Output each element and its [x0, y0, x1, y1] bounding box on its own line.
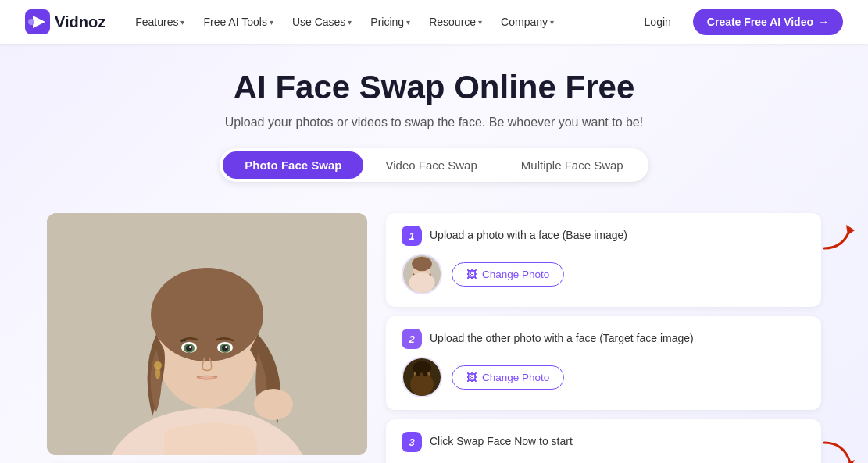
step-1-badge: 1	[402, 226, 422, 246]
svg-point-22	[412, 257, 432, 271]
chevron-down-icon: ▾	[478, 18, 482, 27]
svg-point-30	[423, 371, 428, 376]
image-panel: Take your face swaps to the next level!!…	[47, 213, 367, 463]
login-button[interactable]: Login	[635, 11, 680, 33]
step-2-face-thumb	[402, 357, 442, 397]
preview-image	[47, 213, 367, 455]
step-1-card: 1 Upload a photo with a face (Base image…	[386, 213, 821, 307]
nav-pricing[interactable]: Pricing ▾	[363, 11, 418, 33]
tab-video-face-swap[interactable]: Video Face Swap	[363, 151, 498, 179]
logo[interactable]: Vidnoz	[25, 9, 105, 34]
tab-photo-face-swap[interactable]: Photo Face Swap	[223, 151, 363, 179]
step-1-face-thumb	[402, 254, 442, 294]
steps-panel: 1 Upload a photo with a face (Base image…	[386, 213, 821, 463]
chevron-down-icon: ▾	[406, 18, 410, 27]
svg-point-11	[186, 345, 192, 351]
hero-section: AI Face Swap Online Free Upload your pho…	[0, 44, 868, 198]
step-2-header: 2 Upload the other photo with a face (Ta…	[402, 329, 805, 349]
arrow-1-icon	[820, 221, 855, 252]
main-content: Take your face swaps to the next level!!…	[0, 198, 868, 463]
svg-point-28	[410, 372, 434, 396]
svg-point-23	[409, 272, 434, 293]
step-1-label: Upload a photo with a face (Base image)	[430, 226, 627, 244]
step-1-row: 🖼 Change Photo	[402, 254, 805, 294]
svg-point-15	[222, 345, 228, 351]
nav-right: Login Create Free AI Video →	[635, 9, 843, 35]
nav-features[interactable]: Features ▾	[127, 11, 192, 33]
svg-point-8	[182, 276, 248, 322]
chevron-down-icon: ▾	[270, 18, 273, 27]
svg-point-2	[28, 19, 34, 25]
image-icon: 🖼	[466, 269, 477, 280]
nav-use-cases[interactable]: Use Cases ▾	[284, 11, 359, 33]
hero-subtitle: Upload your photos or videos to swap the…	[0, 116, 868, 130]
logo-icon	[25, 9, 50, 34]
chevron-down-icon: ▾	[348, 18, 352, 27]
step-3-card: 3 Click Swap Face Now to start Swap Face…	[386, 419, 821, 463]
svg-point-12	[189, 346, 191, 348]
change-photo-button-2[interactable]: 🖼 Change Photo	[452, 365, 564, 390]
tab-multiple-face-swap[interactable]: Multiple Face Swap	[499, 151, 645, 179]
step-3-label: Click Swap Face Now to start	[430, 432, 573, 450]
svg-point-16	[225, 346, 227, 348]
svg-point-19	[254, 389, 293, 420]
step-1-header: 1 Upload a photo with a face (Base image…	[402, 226, 805, 246]
svg-point-18	[155, 367, 160, 379]
chevron-down-icon: ▾	[550, 18, 554, 27]
arrow-3-icon	[820, 435, 855, 463]
svg-point-29	[416, 371, 421, 376]
page-title: AI Face Swap Online Free	[0, 69, 868, 106]
nav-resource[interactable]: Resource ▾	[421, 11, 490, 33]
step-3-badge: 3	[402, 432, 422, 452]
step-2-card: 2 Upload the other photo with a face (Ta…	[386, 316, 821, 410]
change-photo-button-1[interactable]: 🖼 Change Photo	[452, 262, 564, 287]
step-3-header: 3 Click Swap Face Now to start	[402, 432, 805, 452]
image-icon: 🖼	[466, 372, 477, 383]
create-video-button[interactable]: Create Free AI Video →	[693, 9, 843, 35]
arrow-right-icon: →	[818, 16, 829, 28]
step-2-label: Upload the other photo with a face (Targ…	[430, 329, 694, 347]
logo-text: Vidnoz	[55, 13, 105, 31]
nav-links: Features ▾ Free AI Tools ▾ Use Cases ▾ P…	[127, 11, 634, 33]
nav-free-ai-tools[interactable]: Free AI Tools ▾	[195, 11, 280, 33]
svg-point-27	[413, 361, 431, 375]
step-2-badge: 2	[402, 329, 422, 349]
tab-group: Photo Face Swap Video Face Swap Multiple…	[220, 148, 648, 182]
chevron-down-icon: ▾	[180, 18, 184, 27]
nav-company[interactable]: Company ▾	[493, 11, 562, 33]
step-2-row: 🖼 Change Photo	[402, 357, 805, 397]
